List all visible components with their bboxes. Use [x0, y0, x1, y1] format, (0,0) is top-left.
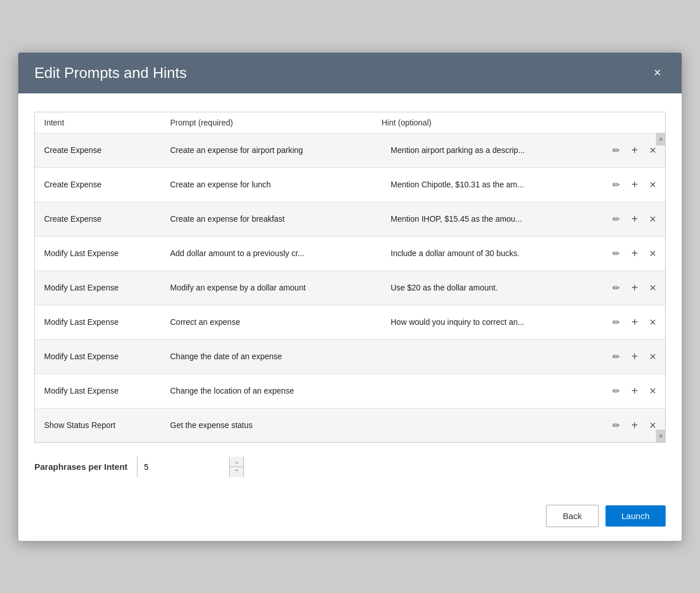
edit-row-button[interactable]: ✏: [609, 418, 623, 433]
cell-intent: Create Expense: [35, 139, 161, 162]
add-row-button[interactable]: +: [628, 142, 642, 159]
cell-hint: Mention Chipotle, $10.31 as the am...: [382, 173, 602, 196]
cell-intent: Show Status Report: [35, 414, 161, 437]
edit-row-button[interactable]: ✏: [609, 383, 623, 399]
row-actions: ✏ + ×: [602, 240, 665, 267]
cell-prompt: Modify an expense by a dollar amount: [161, 276, 382, 299]
table-row: Create Expense Create an expense for bre…: [35, 202, 665, 236]
plus-icon: +: [631, 350, 638, 363]
table-header-row: Intent Prompt (required) Hint (optional): [35, 112, 665, 133]
times-icon: ×: [650, 281, 656, 294]
add-row-button[interactable]: +: [628, 245, 642, 262]
add-row-button[interactable]: +: [628, 279, 642, 297]
plus-icon: +: [631, 213, 638, 226]
times-icon: ×: [650, 384, 656, 398]
cell-intent: Create Expense: [35, 207, 161, 230]
cell-hint: How would you inquiry to correct an...: [382, 311, 602, 333]
scroll-down-button[interactable]: ∨: [656, 430, 665, 442]
edit-row-button[interactable]: ✏: [609, 211, 623, 227]
paraphrases-input[interactable]: [137, 457, 229, 477]
cell-prompt: Add dollar amount to a previously cr...: [161, 242, 382, 265]
header-intent: Intent: [44, 118, 170, 127]
cell-intent: Modify Last Expense: [35, 242, 161, 265]
stepper-buttons: ⌄ ⌃: [229, 457, 243, 477]
edit-row-button[interactable]: ✏: [609, 349, 623, 364]
remove-row-button[interactable]: ×: [646, 313, 660, 331]
cell-hint: [382, 349, 602, 363]
close-button[interactable]: ×: [649, 64, 666, 81]
times-icon: ×: [650, 178, 656, 191]
remove-row-button[interactable]: ×: [646, 279, 660, 297]
pencil-icon: ✏: [612, 351, 620, 362]
prompts-table-container: Intent Prompt (required) Hint (optional)…: [34, 112, 666, 443]
stepper-down-button[interactable]: ⌄: [230, 457, 243, 468]
row-actions: ✏ + ×: [602, 274, 665, 301]
pencil-icon: ✏: [612, 214, 620, 225]
edit-row-button[interactable]: ✏: [609, 246, 623, 261]
remove-row-button[interactable]: ×: [646, 176, 660, 194]
cell-intent: Modify Last Expense: [35, 379, 161, 402]
table-rows-scroll[interactable]: Create Expense Create an expense for air…: [35, 133, 665, 442]
cell-hint: [382, 384, 602, 398]
add-row-button[interactable]: +: [628, 176, 642, 194]
row-actions: ✏ + ×: [602, 171, 665, 198]
cell-intent: Modify Last Expense: [35, 311, 161, 333]
add-row-button[interactable]: +: [628, 382, 642, 400]
launch-button[interactable]: Launch: [605, 505, 666, 527]
stepper-up-button[interactable]: ⌃: [230, 467, 243, 477]
times-icon: ×: [650, 350, 656, 363]
paraphrases-input-group: ⌄ ⌃: [137, 457, 244, 477]
times-icon: ×: [650, 247, 656, 260]
edit-row-button[interactable]: ✏: [609, 177, 623, 193]
plus-icon: +: [631, 144, 638, 157]
cell-prompt: Correct an expense: [161, 311, 382, 333]
pencil-icon: ✏: [612, 248, 620, 259]
pencil-icon: ✏: [612, 420, 620, 431]
add-row-button[interactable]: +: [628, 417, 642, 434]
cell-hint: Include a dollar amount of 30 bucks.: [382, 242, 602, 265]
cell-prompt: Create an expense for lunch: [161, 173, 382, 196]
pencil-icon: ✏: [612, 386, 620, 396]
pencil-icon: ✏: [612, 179, 620, 190]
cell-intent: Modify Last Expense: [35, 276, 161, 299]
times-icon: ×: [650, 144, 656, 157]
table-row: Modify Last Expense Correct an expense H…: [35, 305, 665, 339]
times-icon: ×: [650, 213, 656, 226]
table-row: Modify Last Expense Add dollar amount to…: [35, 236, 665, 270]
times-icon: ×: [650, 419, 656, 432]
edit-row-button[interactable]: ✏: [609, 143, 623, 158]
header-prompt: Prompt (required): [170, 118, 382, 127]
cell-hint: [382, 418, 602, 432]
table-row: Modify Last Expense Change the location …: [35, 374, 665, 408]
table-scroll-area: ∧ Create Expense Create an expense for a…: [35, 133, 665, 442]
dialog-header: Edit Prompts and Hints ×: [18, 53, 682, 93]
row-actions: ✏ + ×: [602, 206, 665, 233]
add-row-button[interactable]: +: [628, 210, 642, 228]
table-row: Modify Last Expense Modify an expense by…: [35, 270, 665, 305]
plus-icon: +: [631, 316, 638, 329]
cell-hint: Use $20 as the dollar amount.: [382, 276, 602, 299]
cell-prompt: Create an expense for breakfast: [161, 207, 382, 230]
back-button[interactable]: Back: [546, 505, 598, 527]
cell-intent: Modify Last Expense: [35, 345, 161, 368]
dialog-title: Edit Prompts and Hints: [34, 64, 187, 82]
row-actions: ✏ + ×: [602, 343, 665, 370]
remove-row-button[interactable]: ×: [646, 245, 660, 262]
scroll-up-button[interactable]: ∧: [656, 133, 665, 146]
pencil-icon: ✏: [612, 145, 620, 156]
plus-icon: +: [631, 281, 638, 294]
pencil-icon: ✏: [612, 282, 620, 293]
edit-row-button[interactable]: ✏: [609, 280, 623, 296]
dialog-footer: Back Launch: [18, 491, 682, 541]
row-actions: ✏ + ×: [602, 309, 665, 336]
add-row-button[interactable]: +: [628, 313, 642, 331]
remove-row-button[interactable]: ×: [646, 382, 660, 400]
remove-row-button[interactable]: ×: [646, 348, 660, 366]
remove-row-button[interactable]: ×: [646, 210, 660, 228]
cell-hint: Mention IHOP, $15.45 as the amou...: [382, 207, 602, 230]
cell-hint: Mention airport parking as a descrip...: [382, 139, 602, 162]
add-row-button[interactable]: +: [628, 348, 642, 366]
edit-prompts-dialog: Edit Prompts and Hints × Intent Prompt (…: [18, 52, 682, 541]
edit-row-button[interactable]: ✏: [609, 315, 623, 330]
header-actions: [593, 118, 656, 127]
